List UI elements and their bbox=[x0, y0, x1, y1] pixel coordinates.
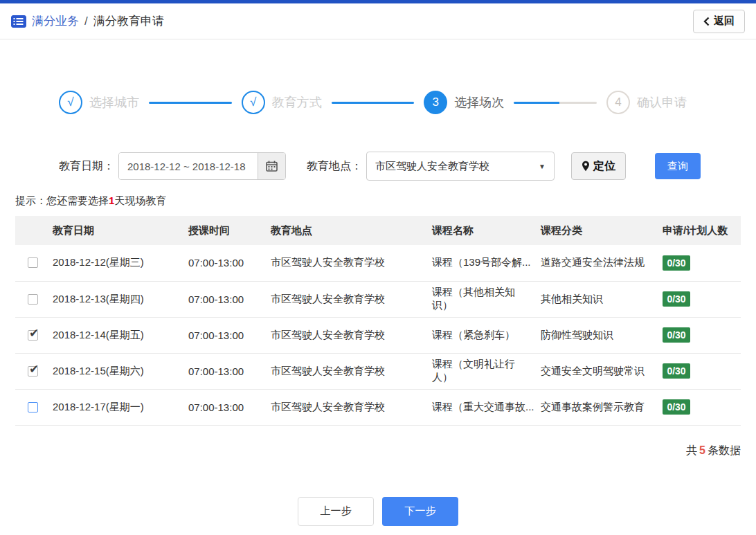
step-select-session: 3 选择场次 bbox=[424, 91, 504, 114]
table-row: 2018-12-17(星期一) 07:00-13:00 市区驾驶人安全教育学校 … bbox=[15, 389, 741, 425]
row-checkbox[interactable] bbox=[28, 366, 38, 377]
cell-course: 课程（文明礼让行人） bbox=[426, 353, 535, 389]
back-button[interactable]: 返回 bbox=[693, 10, 745, 33]
record-count-summary: 共5条数据 bbox=[15, 444, 741, 458]
page-header: 满分业务 / 满分教育申请 返回 bbox=[0, 3, 756, 39]
location-pin-icon bbox=[582, 161, 590, 172]
cell-course: 课程（139号部令解... bbox=[426, 245, 535, 281]
capacity-badge: 0/30 bbox=[663, 327, 690, 343]
cell-date: 2018-12-15(星期六) bbox=[47, 353, 183, 389]
capacity-badge: 0/30 bbox=[663, 363, 690, 379]
education-date-label: 教育日期： bbox=[59, 159, 114, 174]
table-row: 2018-12-12(星期三) 07:00-13:00 市区驾驶人安全教育学校 … bbox=[15, 245, 741, 281]
step-4-marker: 4 bbox=[606, 91, 630, 114]
chevron-left-icon bbox=[703, 17, 710, 26]
education-date-input[interactable] bbox=[119, 153, 258, 179]
summary-suffix: 条数据 bbox=[708, 444, 741, 456]
search-button[interactable]: 查询 bbox=[655, 153, 701, 179]
education-location-label: 教育地点： bbox=[307, 159, 362, 174]
row-checkbox[interactable] bbox=[28, 294, 38, 305]
cell-date: 2018-12-12(星期三) bbox=[47, 245, 183, 281]
cell-time: 07:00-13:00 bbox=[183, 317, 265, 353]
step-4-label: 确认申请 bbox=[637, 94, 687, 111]
checkbox-column-header bbox=[15, 216, 47, 245]
step-select-city: √ 选择城市 bbox=[59, 91, 139, 114]
step-education-mode: √ 教育方式 bbox=[242, 91, 322, 114]
stepper-connector bbox=[332, 102, 415, 104]
cell-category: 交通事故案例警示教育 bbox=[535, 389, 657, 425]
wizard-navigation: 上一步 下一步 bbox=[0, 497, 756, 526]
capacity-badge: 0/30 bbox=[663, 255, 690, 271]
summary-prefix: 共 bbox=[686, 444, 697, 456]
caret-down-icon: ▼ bbox=[539, 163, 546, 170]
session-table: 教育日期 授课时间 教育地点 课程名称 课程分类 申请/计划人数 2018-12… bbox=[15, 216, 741, 426]
table-header-row: 教育日期 授课时间 教育地点 课程名称 课程分类 申请/计划人数 bbox=[15, 216, 741, 245]
calendar-button[interactable] bbox=[258, 153, 285, 179]
date-range-group bbox=[118, 152, 286, 180]
cell-category: 道路交通安全法律法规 bbox=[535, 245, 657, 281]
cell-time: 07:00-13:00 bbox=[183, 389, 265, 425]
table-row: 2018-12-15(星期六) 07:00-13:00 市区驾驶人安全教育学校 … bbox=[15, 353, 741, 389]
cell-date: 2018-12-17(星期一) bbox=[47, 389, 183, 425]
location-select-value: 市区驾驶人安全教育学校 bbox=[375, 160, 489, 173]
location-select[interactable]: 市区驾驶人安全教育学校 ▼ bbox=[366, 152, 555, 181]
step-2-marker: √ bbox=[242, 91, 265, 114]
breadcrumb: 满分业务 / 满分教育申请 bbox=[11, 13, 164, 29]
table-row: 2018-12-13(星期四) 07:00-13:00 市区驾驶人安全教育学校 … bbox=[15, 281, 741, 317]
column-header-location: 教育地点 bbox=[265, 216, 426, 245]
column-header-time: 授课时间 bbox=[183, 216, 265, 245]
capacity-badge: 0/30 bbox=[663, 399, 690, 415]
column-header-count: 申请/计划人数 bbox=[657, 216, 741, 245]
cell-course: 课程（紧急刹车） bbox=[426, 317, 535, 353]
row-checkbox[interactable] bbox=[28, 257, 38, 268]
step-3-label: 选择场次 bbox=[454, 94, 504, 111]
step-confirm-application: 4 确认申请 bbox=[606, 91, 687, 114]
hint-prefix: 提示：您还需要选择 bbox=[15, 194, 109, 206]
cell-date: 2018-12-13(星期四) bbox=[47, 281, 183, 317]
stepper-connector bbox=[514, 102, 597, 104]
hint-text: 提示：您还需要选择1天现场教育 bbox=[0, 194, 756, 208]
column-header-course: 课程名称 bbox=[426, 216, 535, 245]
stepper-connector bbox=[149, 102, 232, 104]
next-step-button[interactable]: 下一步 bbox=[382, 497, 458, 526]
column-header-category: 课程分类 bbox=[535, 216, 657, 245]
step-3-marker: 3 bbox=[424, 91, 447, 114]
calendar-icon bbox=[266, 161, 278, 172]
row-checkbox[interactable] bbox=[28, 402, 38, 412]
cell-location: 市区驾驶人安全教育学校 bbox=[265, 245, 426, 281]
row-checkbox[interactable] bbox=[28, 330, 38, 341]
cell-location: 市区驾驶人安全教育学校 bbox=[265, 353, 426, 389]
breadcrumb-section[interactable]: 满分业务 bbox=[32, 13, 79, 29]
stepper: √ 选择城市 √ 教育方式 3 选择场次 4 确认申请 bbox=[0, 91, 756, 114]
cell-time: 07:00-13:00 bbox=[183, 353, 265, 389]
cell-time: 07:00-13:00 bbox=[183, 281, 265, 317]
cell-course: 课程（重大交通事故... bbox=[426, 389, 535, 425]
capacity-badge: 0/30 bbox=[663, 291, 690, 307]
list-icon bbox=[11, 15, 26, 28]
cell-time: 07:00-13:00 bbox=[183, 245, 265, 281]
column-header-date: 教育日期 bbox=[47, 216, 183, 245]
locate-button[interactable]: 定位 bbox=[571, 152, 626, 180]
table-row: 2018-12-14(星期五) 07:00-13:00 市区驾驶人安全教育学校 … bbox=[15, 317, 741, 353]
cell-location: 市区驾驶人安全教育学校 bbox=[265, 281, 426, 317]
step-1-label: 选择城市 bbox=[89, 94, 139, 111]
cell-category: 其他相关知识 bbox=[535, 281, 657, 317]
locate-button-label: 定位 bbox=[593, 159, 615, 174]
cell-location: 市区驾驶人安全教育学校 bbox=[265, 317, 426, 353]
previous-step-button[interactable]: 上一步 bbox=[298, 497, 374, 526]
cell-location: 市区驾驶人安全教育学校 bbox=[265, 389, 426, 425]
hint-suffix: 天现场教育 bbox=[114, 194, 166, 206]
cell-course: 课程（其他相关知识） bbox=[426, 281, 535, 317]
breadcrumb-separator: / bbox=[84, 15, 88, 28]
cell-date: 2018-12-14(星期五) bbox=[47, 317, 183, 353]
step-1-marker: √ bbox=[59, 91, 82, 114]
step-2-label: 教育方式 bbox=[272, 94, 322, 111]
summary-count: 5 bbox=[697, 444, 708, 456]
cell-category: 交通安全文明驾驶常识 bbox=[535, 353, 657, 389]
cell-category: 防御性驾驶知识 bbox=[535, 317, 657, 353]
breadcrumb-page-title: 满分教育申请 bbox=[93, 13, 164, 29]
back-button-label: 返回 bbox=[714, 15, 735, 28]
filter-bar: 教育日期： 教育地点： 市区驾驶人安全教育学校 ▼ 定位 查询 bbox=[0, 152, 756, 181]
